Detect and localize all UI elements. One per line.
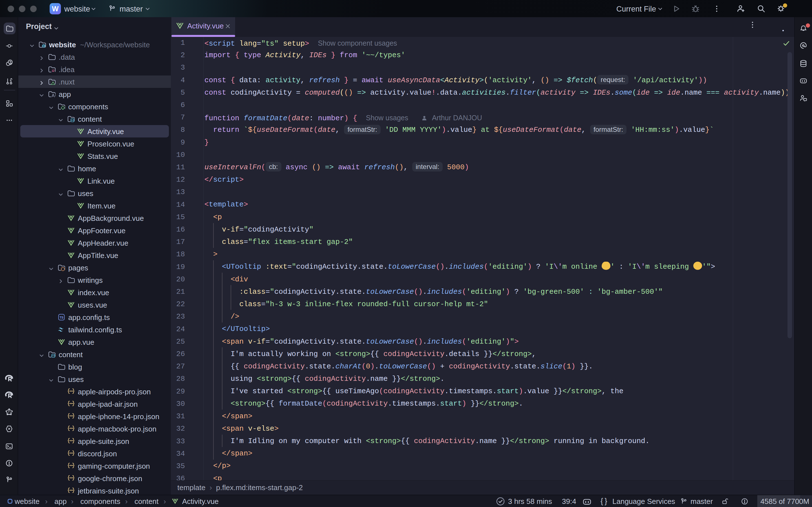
svg-text:IJ: IJ bbox=[52, 69, 54, 72]
svg-text:TS: TS bbox=[59, 316, 63, 319]
